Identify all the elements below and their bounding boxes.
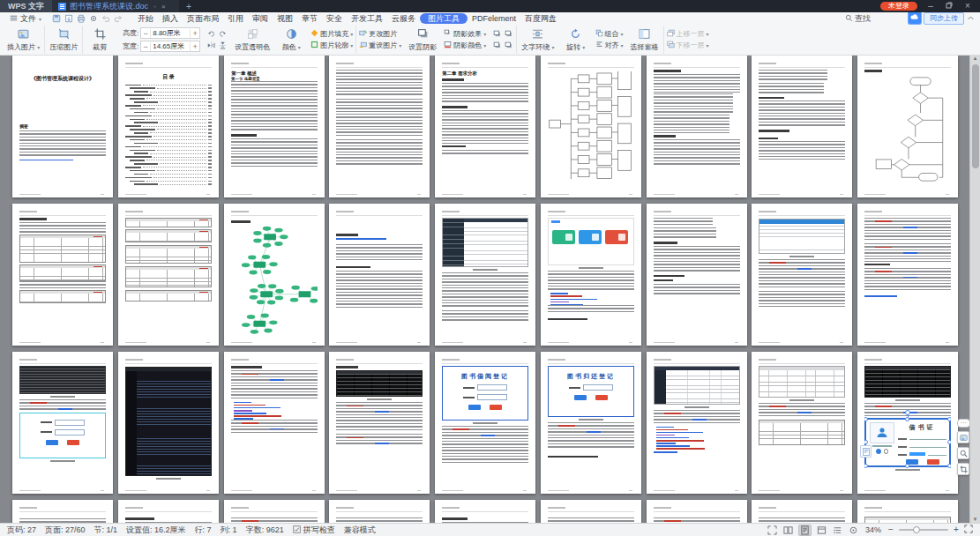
ribbon-button-shadow[interactable]: 设置阴影 — [407, 28, 438, 52]
ribbon-button-align[interactable]: 对齐▾ — [595, 41, 624, 50]
ribbon-button-transp[interactable]: 设置透明色 — [233, 28, 272, 52]
page-thumbnail-29[interactable] — [118, 500, 219, 524]
decrease-button[interactable]: − — [141, 29, 150, 38]
menu-tab-开始[interactable]: 开始 — [133, 13, 158, 25]
menu-tab-插入[interactable]: 插入 — [158, 13, 183, 25]
page-thumbnail-25[interactable] — [647, 352, 747, 494]
ribbon-button-pic[interactable]: 插入图片 ▾ — [5, 28, 41, 52]
ribbon-button-rotate[interactable]: 旋转 ▾ — [562, 28, 590, 52]
ribbon-button-compress[interactable]: 压缩图片 — [48, 28, 79, 52]
ribbon-button-wrap[interactable]: 文字环绕 ▾ — [520, 28, 556, 52]
preview-button[interactable] — [957, 447, 969, 459]
selection-handle[interactable] — [947, 464, 951, 468]
page-thumbnail-19[interactable] — [12, 352, 113, 494]
scrollbar-thumb[interactable] — [972, 64, 979, 168]
close-tab-icon[interactable]: × — [161, 3, 166, 11]
ribbon-button-sheff[interactable]: 阴影效果▾ — [444, 29, 486, 39]
view-mode-outline-icon[interactable] — [832, 525, 843, 535]
page-thumbnail-7[interactable] — [647, 56, 747, 197]
page-thumbnail-4[interactable] — [329, 56, 430, 197]
page-thumbnail-26[interactable] — [752, 352, 852, 494]
page-thumbnail-34[interactable] — [647, 500, 747, 524]
page-thumbnail-18[interactable] — [857, 204, 958, 346]
selection-handle[interactable] — [864, 440, 868, 444]
rotl-icon[interactable] — [206, 29, 216, 40]
crop-button[interactable] — [957, 463, 969, 475]
menu-tab-百度网盘[interactable]: 百度网盘 — [520, 13, 561, 25]
page-thumbnail-27[interactable]: 借书证 — [857, 352, 958, 494]
page-thumbnail-35[interactable] — [752, 500, 852, 524]
app-menu-tab[interactable]: WPS 文字 — [0, 0, 52, 12]
menu-tab-视图[interactable]: 视图 — [273, 13, 297, 25]
page-thumbnail-21[interactable] — [224, 352, 325, 494]
page-thumbnail-22[interactable] — [329, 352, 430, 494]
spellcheck-button[interactable]: 拼写检查 — [293, 525, 335, 536]
ribbon-button-color[interactable]: 颜色 ▾ — [277, 28, 305, 52]
selection-handle[interactable] — [947, 417, 951, 421]
page-thumbnail-11[interactable] — [118, 204, 219, 346]
collapse-ribbon-icon[interactable] — [967, 14, 975, 24]
pin-tab-icon[interactable]: ◦ — [153, 3, 156, 11]
redo-icon[interactable] — [114, 14, 123, 23]
menu-tab-引用[interactable]: 引用 — [223, 13, 248, 25]
document-tab[interactable]: 图书管理系统课设.doc ◦ × — [52, 0, 179, 12]
ribbon-button-change[interactable]: 更改图片 — [359, 29, 401, 39]
view-mode-web-layout-icon[interactable] — [816, 525, 827, 535]
page-thumbnail-12[interactable] — [224, 204, 325, 346]
page-thumbnail-33[interactable] — [541, 500, 641, 524]
ribbon-button-group[interactable]: 组合▾ — [595, 29, 624, 39]
page-thumbnail-31[interactable] — [329, 500, 430, 524]
zoom-slider-knob[interactable] — [913, 526, 920, 533]
new-tab-button[interactable]: + — [179, 0, 198, 12]
export-icon[interactable] — [64, 14, 73, 23]
shadow-icon[interactable] — [491, 29, 502, 40]
save-icon[interactable] — [52, 14, 61, 23]
decrease-button[interactable]: − — [141, 42, 150, 51]
ribbon-button-layerup[interactable]: 上移一层▾ — [667, 29, 709, 39]
selection-handle[interactable] — [905, 417, 909, 421]
vertical-scrollbar[interactable]: ▲ ▼ — [969, 54, 980, 524]
page-thumbnail-5[interactable]: 第二章 需求分析 — [435, 56, 535, 197]
ribbon-button-outline[interactable]: 图片轮廓▾ — [310, 41, 353, 50]
page-thumbnail-23[interactable]: 图书借阅登记 — [435, 352, 535, 494]
selected-image-borrow-card[interactable]: 借书证 — [864, 418, 951, 467]
height-value[interactable]: 8.80厘米 — [150, 29, 191, 38]
page-thumbnail-28[interactable] — [12, 500, 113, 524]
menu-tab-开发工具[interactable]: 开发工具 — [347, 13, 387, 25]
increase-button[interactable]: + — [191, 42, 199, 51]
page-thumbnail-36[interactable] — [857, 500, 958, 524]
page-thumbnail-24[interactable]: 图书归还登记 — [541, 352, 641, 494]
shadow-icon[interactable] — [503, 41, 513, 51]
menu-tab-页面布局[interactable]: 页面布局 — [183, 13, 223, 25]
page-thumbnail-8[interactable] — [752, 56, 852, 197]
ribbon-button-pane[interactable]: 选择窗格 — [629, 28, 661, 52]
page-thumbnail-16[interactable] — [647, 204, 747, 346]
rotation-handle[interactable] — [905, 410, 910, 415]
zoom-out-button[interactable]: − — [887, 525, 894, 534]
width-value[interactable]: 14.65厘米 — [150, 42, 191, 51]
shadow-icon[interactable] — [503, 29, 513, 40]
view-mode-two-page-icon[interactable] — [782, 525, 794, 535]
page-thumbnail-9[interactable] — [857, 56, 958, 197]
page-thumbnail-2[interactable]: 目 录 — [118, 56, 219, 197]
ribbon-button-fill[interactable]: 图片填充▾ — [310, 29, 353, 39]
page-thumbnail-32[interactable] — [435, 500, 535, 524]
restore-button[interactable] — [944, 1, 954, 11]
zoom-in-button[interactable]: + — [953, 525, 960, 534]
page-thumbnail-1[interactable]: 《图书管理系统课程设计》摘要 — [12, 56, 113, 197]
image-settings-button[interactable] — [957, 431, 969, 443]
file-menu-button[interactable]: 文件 ▾ — [4, 13, 47, 25]
shadow-icon[interactable] — [491, 41, 502, 51]
menu-tab-安全[interactable]: 安全 — [322, 13, 347, 25]
page-thumbnail-13[interactable] — [329, 204, 430, 346]
page-thumbnail-14[interactable] — [435, 204, 535, 346]
cloud-sync-button[interactable] — [908, 11, 922, 25]
page-thumbnail-17[interactable] — [752, 204, 852, 346]
login-badge[interactable]: 未登录 — [880, 2, 917, 11]
page-thumbnail-30[interactable] — [224, 500, 325, 524]
ribbon-button-shcol[interactable]: 阴影颜色▾ — [444, 41, 486, 50]
zoom-slider[interactable] — [899, 529, 948, 531]
zoom-level-value[interactable]: 34% — [865, 525, 881, 534]
close-button[interactable]: × — [962, 1, 973, 11]
increase-button[interactable]: + — [191, 29, 199, 38]
